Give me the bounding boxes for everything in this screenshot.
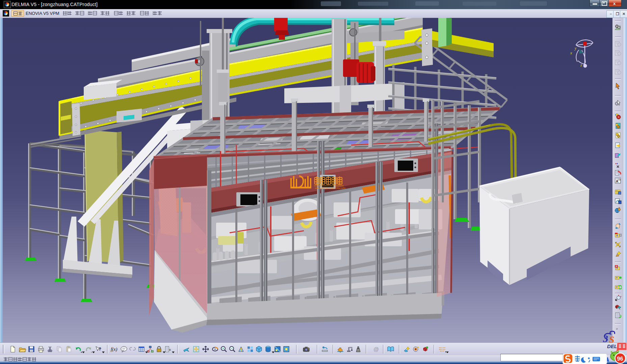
svg-text:x: x <box>570 51 572 55</box>
svg-text:f(x): f(x) <box>111 347 117 352</box>
svg-text:INTELLIGENT MANUFACTURING DATA: INTELLIGENT MANUFACTURING DATA <box>315 187 346 189</box>
svg-text:n: n <box>619 206 620 209</box>
svg-text:3: 3 <box>603 333 608 344</box>
svg-text:=: = <box>169 348 171 352</box>
svg-text:y: y <box>574 46 577 51</box>
svg-text:15: 15 <box>618 178 621 181</box>
svg-text:96: 96 <box>617 356 623 362</box>
svg-text:@: @ <box>373 346 379 352</box>
svg-text:?: ? <box>99 346 101 352</box>
svg-text:z: z <box>580 63 582 67</box>
